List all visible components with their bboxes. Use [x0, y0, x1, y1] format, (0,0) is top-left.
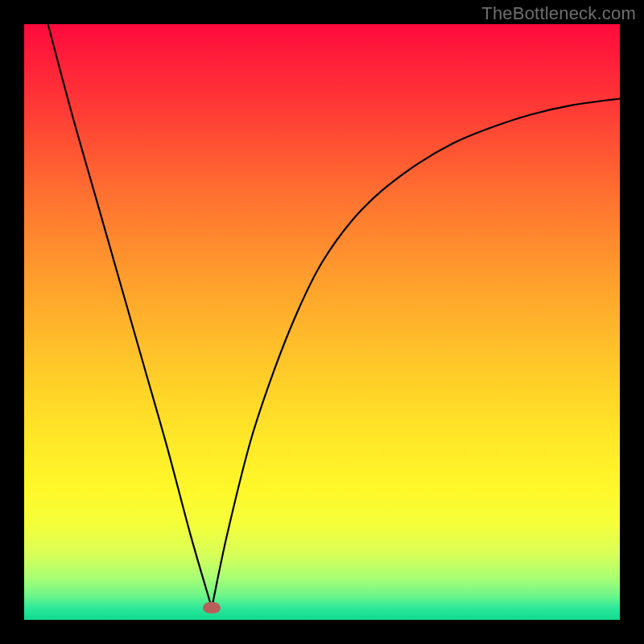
curve-left-branch: [48, 24, 213, 608]
min-marker: [203, 602, 221, 613]
bottleneck-curve: [24, 24, 620, 620]
chart-frame: TheBottleneck.com: [0, 0, 644, 644]
plot-area: [24, 24, 620, 620]
attribution-label: TheBottleneck.com: [481, 3, 636, 24]
curve-right-branch: [212, 99, 620, 609]
